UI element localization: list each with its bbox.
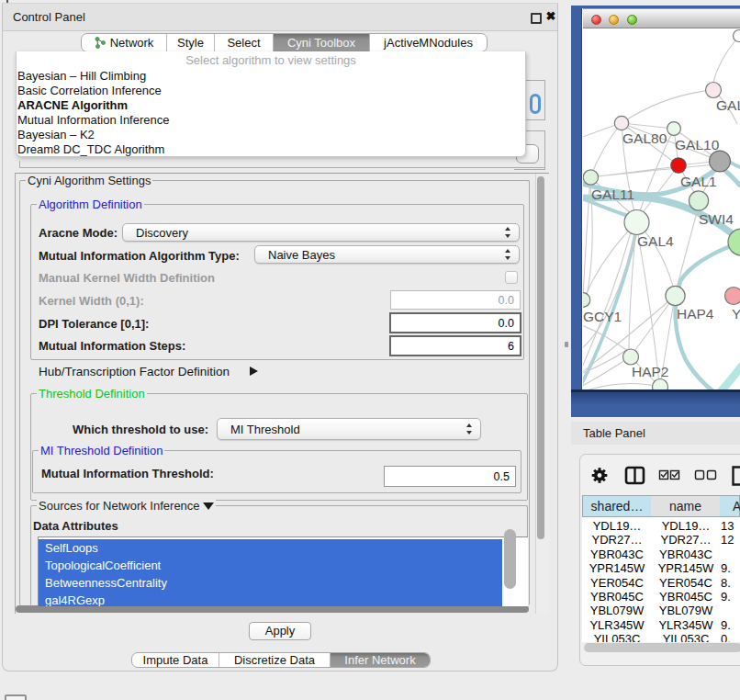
svg-text:GAL4: GAL4 — [637, 233, 674, 249]
svg-text:HAP4: HAP4 — [677, 306, 714, 322]
svg-text:GAL2: GAL2 — [716, 97, 740, 113]
svg-text:HAP2: HAP2 — [632, 364, 669, 379]
svg-text:GAL1: GAL1 — [680, 174, 717, 189]
svg-text:GAL80: GAL80 — [622, 130, 667, 146]
svg-text:Y: Y — [732, 306, 740, 322]
svg-text:GAL11: GAL11 — [591, 186, 634, 202]
svg-text:GAL10: GAL10 — [675, 137, 720, 152]
svg-text:GCY1: GCY1 — [583, 309, 622, 324]
svg-text:SWI4: SWI4 — [699, 211, 734, 227]
